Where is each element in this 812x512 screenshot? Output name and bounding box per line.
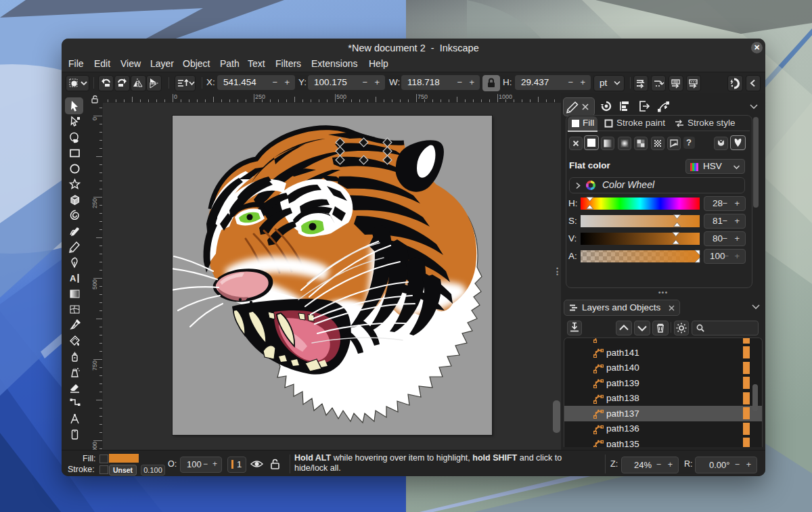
svg-text:500: 500 [91,279,98,289]
svg-text:1000: 1000 [91,442,98,450]
svg-text:0: 0 [91,117,98,120]
svg-text:0: 0 [174,93,177,100]
svg-text:A: A [70,273,76,283]
svg-text:500: 500 [336,93,346,100]
svg-text:A:: A: [568,251,577,261]
svg-text:250: 250 [255,93,265,100]
svg-text:750: 750 [91,360,98,371]
svg-text:750: 750 [418,93,428,100]
svg-text:V:: V: [568,233,577,243]
svg-text:250: 250 [91,198,98,208]
svg-text:1000: 1000 [499,93,512,100]
svg-text:H:: H: [568,198,578,208]
svg-text:S:: S: [568,216,577,226]
